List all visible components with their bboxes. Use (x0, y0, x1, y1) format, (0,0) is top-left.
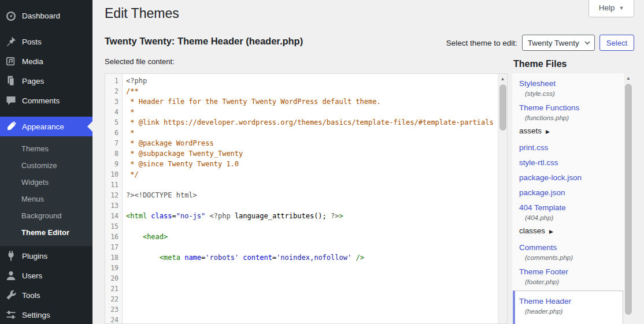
editor-scrollbar[interactable]: ▲ (498, 74, 507, 323)
scroll-up-arrow-icon[interactable]: ▲ (624, 73, 633, 83)
sidebar-item-label: Posts (22, 38, 42, 46)
sidebar-item-comments[interactable]: Comments (0, 91, 92, 110)
menu-separator (0, 110, 92, 117)
code-line: */ (126, 169, 498, 180)
theme-file-entry: Comments(comments.php) (512, 242, 624, 261)
line-number: 24 (105, 315, 122, 324)
sidebar-item-pages[interactable]: Pages (0, 71, 92, 91)
help-button[interactable]: Help ▼ (589, 0, 634, 17)
chevron-down-icon: ▼ (619, 4, 624, 11)
sidebar-item-users[interactable]: Users (0, 266, 92, 285)
submenu-item-menus[interactable]: Menus (0, 191, 92, 207)
chevron-down-icon (584, 41, 590, 45)
line-number: 22 (105, 294, 122, 304)
submenu-item-customize[interactable]: Customize (0, 157, 92, 174)
menu-separator (0, 25, 92, 32)
submenu-item-theme-editor[interactable]: Theme Editor (0, 224, 92, 241)
theme-file-link-stylesheet[interactable]: Stylesheet (519, 79, 556, 88)
sidebar-item-label: Pages (22, 77, 44, 85)
line-number: 17 (105, 242, 122, 252)
sidebar-item-appearance[interactable]: Appearance (0, 117, 92, 136)
code-line: <html class="no-js" <?php language_attri… (126, 211, 498, 221)
theme-file-link-comments[interactable]: Comments (519, 243, 557, 252)
theme-folder-assets[interactable]: assets▶ (512, 126, 624, 135)
theme-file-link-theme-header[interactable]: Theme Header (519, 297, 571, 306)
code-line (126, 200, 498, 211)
sidebar-item-media[interactable]: Media (0, 51, 92, 71)
sidebar-item-label: Tools (22, 291, 40, 300)
theme-files-list: Stylesheet(style.css)Theme Functions(fun… (512, 73, 624, 324)
code-textarea[interactable]: <?php/** * Header file for the Twenty Tw… (123, 74, 498, 323)
line-number: 9 (105, 159, 122, 169)
line-number: 1 (105, 76, 122, 86)
code-line: * @package WordPress (126, 138, 498, 148)
sidebar-item-label: Comments (22, 96, 60, 105)
theme-file-entry: style-rtl.css (512, 157, 624, 167)
theme-file-entry: Theme Functions(functions.php) (512, 102, 624, 121)
theme-file-link-theme-footer[interactable]: Theme Footer (519, 267, 568, 276)
line-number-gutter: 123456789101112131415161718192021222324 (105, 74, 123, 323)
code-line: * @subpackage Twenty_Twenty (126, 148, 498, 159)
theme-file-entry: package.json (512, 187, 624, 198)
code-line: * Header file for the Twenty Twenty Word… (126, 96, 498, 107)
theme-file-link-style-rtl.css[interactable]: style-rtl.css (519, 158, 558, 167)
theme-folder-classes[interactable]: classes▶ (512, 226, 624, 235)
sidebar-item-settings[interactable]: Settings (0, 305, 92, 324)
theme-files-panel: Stylesheet(style.css)Theme Functions(fun… (512, 73, 633, 324)
theme-file-link-package.json[interactable]: package.json (519, 188, 565, 197)
line-number: 16 (105, 232, 122, 242)
line-number: 19 (105, 263, 122, 273)
page-title: Edit Themes (105, 6, 179, 21)
select-theme-label: Select theme to edit: (446, 39, 517, 47)
theme-select-toolbar: Select theme to edit: Twenty Twenty Sele… (446, 35, 634, 51)
line-number: 2 (105, 86, 122, 96)
code-line (126, 180, 498, 190)
theme-file-filename: (style.css) (525, 90, 624, 97)
theme-files-title: Theme Files (513, 59, 567, 69)
select-theme-button[interactable]: Select (599, 35, 634, 51)
theme-select-dropdown[interactable]: Twenty Twenty (522, 35, 595, 51)
plug-icon (5, 250, 17, 262)
code-line: * @link https://developer.wordpress.org/… (126, 117, 498, 128)
submenu-item-background[interactable]: Background (0, 207, 92, 224)
comment-bubble-icon (5, 95, 17, 106)
line-number: 10 (105, 169, 122, 180)
theme-file-link-theme-functions[interactable]: Theme Functions (519, 103, 579, 112)
line-number: 13 (105, 200, 122, 211)
line-number: 14 (105, 211, 122, 221)
code-line (126, 294, 498, 304)
folder-label: classes (519, 226, 545, 235)
theme-files-scrollbar-thumb[interactable] (625, 84, 632, 315)
theme-files-scrollbar[interactable]: ▲ (624, 73, 633, 324)
sidebar-item-plugins[interactable]: Plugins (0, 246, 92, 266)
theme-file-link-package-lock.json[interactable]: package-lock.json (519, 173, 582, 182)
scroll-up-arrow-icon[interactable]: ▲ (498, 74, 507, 83)
theme-file-filename: (functions.php) (525, 114, 624, 121)
dashboard-icon (5, 10, 17, 21)
line-number: 5 (105, 117, 122, 128)
code-editor: 123456789101112131415161718192021222324 … (105, 73, 508, 324)
theme-file-link-print.css[interactable]: print.css (519, 143, 548, 152)
sidebar-item-tools[interactable]: Tools (0, 285, 92, 305)
theme-file-entry: Theme Footer(footer.php) (512, 266, 624, 285)
sidebar-item-dashboard[interactable]: Dashboard (0, 6, 92, 25)
theme-file-filename: (comments.php) (525, 254, 624, 261)
folder-label: assets (519, 126, 542, 135)
code-line (126, 242, 498, 252)
submenu-item-widgets[interactable]: Widgets (0, 174, 92, 191)
user-icon (5, 270, 17, 281)
sidebar-item-label: Plugins (22, 252, 47, 260)
sidebar-item-label: Appearance (22, 122, 64, 131)
code-line: * @since Twenty Twenty 1.0 (126, 159, 498, 169)
code-line: <head> (126, 232, 498, 242)
theme-file-filename: (404.php) (525, 214, 624, 221)
sidebar-item-posts[interactable]: Posts (0, 32, 92, 51)
active-theme-file-card[interactable]: Theme Header(header.php) (513, 291, 623, 324)
code-line: * (126, 128, 498, 138)
theme-file-link-404-template[interactable]: 404 Template (519, 203, 566, 212)
theme-file-entry: package-lock.json (512, 172, 624, 183)
code-line (126, 263, 498, 273)
theme-file-entry: 404 Template(404.php) (512, 202, 624, 221)
submenu-item-themes[interactable]: Themes (0, 140, 92, 157)
editor-scrollbar-thumb[interactable] (499, 84, 506, 131)
